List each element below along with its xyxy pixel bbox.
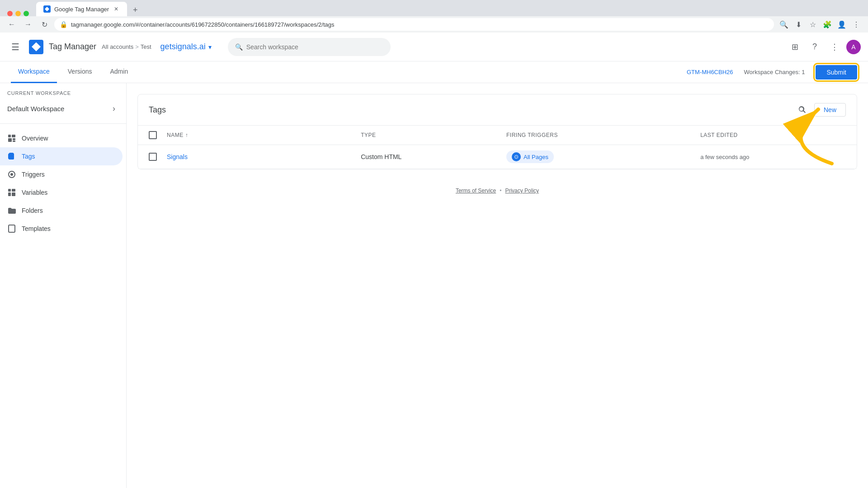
new-tag-button[interactable]: New <box>814 103 846 117</box>
table-row: Signals Custom HTML ⊙ All Pages a few se… <box>138 145 857 169</box>
trigger-badge[interactable]: ⊙ All Pages <box>506 150 554 163</box>
forward-button[interactable]: → <box>22 18 34 31</box>
tag-name-link[interactable]: Signals <box>167 153 188 160</box>
tag-name-cell: Signals <box>167 153 361 160</box>
new-tab-button[interactable]: + <box>129 4 142 16</box>
svg-rect-11 <box>8 189 11 192</box>
column-name-header: Name ↑ <box>167 132 361 138</box>
user-avatar[interactable]: A <box>846 40 861 54</box>
template-icon <box>7 224 16 233</box>
tab-title: Google Tag Manager <box>54 6 109 13</box>
tab-admin[interactable]: Admin <box>103 61 135 83</box>
maximize-button[interactable] <box>24 11 29 16</box>
footer-separator: • <box>500 188 501 194</box>
close-button[interactable] <box>7 11 13 16</box>
privacy-policy-link[interactable]: Privacy Policy <box>505 188 539 194</box>
minimize-button[interactable] <box>15 11 21 16</box>
variable-icon <box>7 188 16 197</box>
tags-title: Tags <box>149 105 166 115</box>
tag-edited-cell: a few seconds ago <box>700 154 846 160</box>
workspace-name: Default Workspace <box>7 105 64 113</box>
submit-button[interactable]: Submit <box>816 65 857 80</box>
sidebar-item-triggers-label: Triggers <box>22 171 45 178</box>
sidebar-item-templates-label: Templates <box>22 225 51 232</box>
active-tab[interactable]: Google Tag Manager ✕ <box>36 2 127 16</box>
browser-controls: ← → ↻ 🔒 tagmanager.google.com/#/containe… <box>0 16 868 33</box>
sidebar-toggle-button[interactable]: ☰ <box>7 39 24 55</box>
svg-rect-8 <box>9 153 14 160</box>
reload-button[interactable]: ↻ <box>38 18 51 31</box>
workspace-id: GTM-MH6CBH26 <box>687 69 733 75</box>
gtm-logo <box>29 40 43 54</box>
sidebar-item-tags[interactable]: Tags <box>0 147 123 165</box>
sidebar-item-overview[interactable]: Overview <box>0 129 123 147</box>
back-button[interactable]: ← <box>5 18 18 31</box>
tab-versions[interactable]: Versions <box>61 61 99 83</box>
row-checkbox-cell[interactable] <box>149 153 167 161</box>
tags-search-button[interactable] <box>794 102 811 118</box>
bookmark-icon[interactable]: ☆ <box>807 18 819 31</box>
sidebar-item-templates[interactable]: Templates <box>0 220 123 238</box>
main-content: CURRENT WORKSPACE Default Workspace › Ov… <box>0 83 868 488</box>
sort-icon[interactable]: ↑ <box>185 132 189 138</box>
gtm-logo-diamond <box>32 42 41 52</box>
svg-rect-5 <box>13 141 15 142</box>
svg-rect-3 <box>8 138 12 142</box>
content-area: Tags New Name ↑ <box>127 83 868 488</box>
browser-actions: 🔍 ⬇ ☆ 🧩 👤 ⋮ <box>778 18 863 31</box>
row-checkbox[interactable] <box>149 153 157 161</box>
page-footer: Terms of Service • Privacy Policy <box>137 169 857 201</box>
trigger-badge-label: All Pages <box>524 154 548 160</box>
app: ☰ Tag Manager All accounts > Test getsig… <box>0 33 868 488</box>
trigger-badge-icon: ⊙ <box>512 152 521 161</box>
help-icon[interactable]: ? <box>807 39 823 55</box>
tags-actions: New <box>794 102 846 118</box>
column-triggers-header: Firing Triggers <box>506 132 700 138</box>
download-icon[interactable]: ⬇ <box>792 18 805 31</box>
tab-close-button[interactable]: ✕ <box>113 5 120 13</box>
workspace-selector[interactable]: Default Workspace › <box>0 99 123 118</box>
breadcrumb-separator: > <box>135 43 139 50</box>
url-text: tagmanager.google.com/#/container/accoun… <box>71 21 335 28</box>
svg-rect-13 <box>12 189 15 192</box>
sidebar-section-label: CURRENT WORKSPACE <box>0 90 126 99</box>
account-dropdown-icon: ▾ <box>208 43 212 51</box>
app-title: Tag Manager <box>49 42 96 52</box>
apps-grid-icon[interactable]: ⊞ <box>787 39 803 55</box>
nav-tabs: Workspace Versions Admin GTM-MH6CBH26 Wo… <box>0 61 868 83</box>
column-type-header: Type <box>361 132 506 138</box>
breadcrumb-all-accounts[interactable]: All accounts <box>102 43 133 50</box>
sidebar-item-overview-label: Overview <box>22 135 48 142</box>
more-browser-icon[interactable]: ⋮ <box>850 18 863 31</box>
column-edited-header: Last Edited <box>700 132 846 138</box>
sidebar-item-variables-label: Variables <box>22 189 47 196</box>
profile-icon[interactable]: 👤 <box>835 18 848 31</box>
extension-icon[interactable]: 🧩 <box>821 18 834 31</box>
tab-workspace[interactable]: Workspace <box>11 61 57 83</box>
select-all-checkbox[interactable] <box>149 131 167 139</box>
account-selector[interactable]: getsignals.ai ▾ <box>157 40 215 53</box>
tab-favicon <box>43 5 51 13</box>
sidebar-item-tags-label: Tags <box>22 153 35 160</box>
address-bar[interactable]: 🔒 tagmanager.google.com/#/container/acco… <box>54 18 774 31</box>
search-icon: 🔍 <box>235 43 243 51</box>
tag-icon <box>7 152 16 161</box>
sidebar-item-variables[interactable]: Variables <box>0 183 123 202</box>
search-input[interactable] <box>246 43 383 51</box>
breadcrumb: All accounts > Test <box>102 43 151 50</box>
breadcrumb-test[interactable]: Test <box>141 43 151 50</box>
dashboard-icon <box>7 134 16 143</box>
trigger-icon <box>7 170 16 179</box>
sidebar-item-folders[interactable]: Folders <box>0 202 123 220</box>
svg-rect-1 <box>8 135 11 137</box>
sidebar-divider <box>0 123 126 124</box>
search-browser-icon[interactable]: 🔍 <box>778 18 790 31</box>
more-options-icon[interactable]: ⋮ <box>826 39 843 55</box>
search-bar[interactable]: 🔍 <box>228 38 391 56</box>
tab-bar: Google Tag Manager ✕ + <box>0 0 868 16</box>
header-checkbox[interactable] <box>149 131 157 139</box>
terms-of-service-link[interactable]: Terms of Service <box>456 188 496 194</box>
svg-point-10 <box>10 173 13 176</box>
sidebar-item-triggers[interactable]: Triggers <box>0 165 123 183</box>
browser-chrome: Google Tag Manager ✕ + ← → ↻ 🔒 tagmanage… <box>0 0 868 33</box>
